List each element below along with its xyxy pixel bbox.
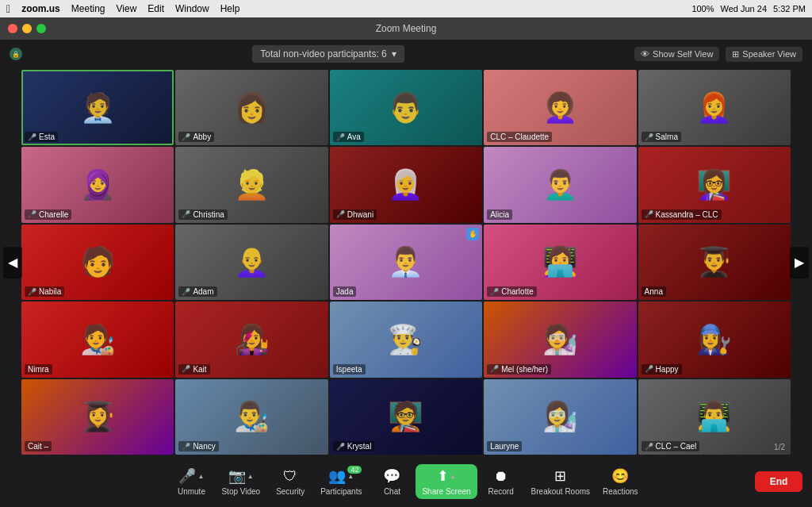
participant-label: Jada bbox=[333, 286, 357, 297]
participant-label: 🎤Krystal bbox=[333, 441, 375, 451]
title-bar: Zoom Meeting bbox=[0, 17, 812, 40]
menu-window[interactable]: Window bbox=[175, 3, 209, 14]
reactions-button[interactable]: 😊 Reactions bbox=[596, 463, 644, 501]
unmute-caret: ▲ bbox=[197, 473, 204, 480]
menu-meeting[interactable]: Meeting bbox=[71, 3, 105, 14]
video-cell[interactable]: 👩‍💻🎤Charlotte bbox=[484, 225, 636, 300]
speaker-view-button[interactable]: ⊞ Speaker View bbox=[726, 47, 802, 62]
muted-mic-icon: 🎤 bbox=[490, 288, 499, 296]
participant-label: Lauryne bbox=[487, 441, 522, 451]
video-cell[interactable]: 🧑‍🏫🎤Krystal bbox=[330, 379, 482, 455]
stop-video-label: Stop Video bbox=[221, 487, 260, 496]
menu-view[interactable]: View bbox=[117, 3, 137, 14]
participant-name: Nancy bbox=[193, 442, 215, 451]
video-cell[interactable]: 👨‍🍳Ispeeta bbox=[330, 302, 482, 377]
share-screen-label: Share Screen bbox=[422, 487, 470, 496]
end-label: End bbox=[770, 476, 788, 487]
participant-label: Cait – bbox=[25, 441, 52, 451]
video-cell[interactable]: 🧑🎤Nabila bbox=[21, 225, 174, 300]
video-grid-wrapper: ◀ 1/2 🧑‍💼🎤Esta👩🎤Abby👨🎤Ava👩‍🦱CLC – Claude… bbox=[0, 68, 812, 456]
video-cell[interactable]: 👨‍💻🎤CLC – Cael bbox=[638, 379, 791, 455]
video-cell[interactable]: 👩‍🔬Lauryne bbox=[484, 379, 636, 455]
chat-icon: 💬 bbox=[383, 467, 400, 485]
video-cell[interactable]: 👨‍🎨🎤Nancy bbox=[175, 379, 327, 455]
participant-label: 🎤Abby bbox=[178, 132, 214, 142]
participant-name: Dhwani bbox=[347, 210, 373, 219]
next-page-button[interactable]: ▶ bbox=[790, 247, 809, 278]
participant-label: 🎤Mel (she/her) bbox=[487, 364, 551, 374]
previous-page-button[interactable]: ◀ bbox=[3, 247, 22, 278]
participant-name: Charlotte bbox=[501, 287, 534, 296]
participant-label: 🎤Adam bbox=[178, 286, 216, 297]
participant-name: Lauryne bbox=[490, 442, 519, 451]
participant-label: 🎤Happy bbox=[642, 364, 682, 374]
muted-mic-icon: 🎤 bbox=[182, 443, 190, 451]
participant-name: Kait bbox=[193, 365, 206, 374]
participant-name: Nabila bbox=[39, 287, 61, 296]
video-cell[interactable]: 👩‍🔧🎤Happy bbox=[638, 302, 791, 377]
video-cell[interactable]: 🧕🎤Charelle bbox=[21, 147, 174, 222]
unmute-with-caret: 🎤 ▲ bbox=[178, 467, 204, 485]
non-video-participants-info[interactable]: Total non-video participants: 6 ▾ bbox=[252, 45, 404, 63]
security-button[interactable]: 🛡 Security bbox=[266, 463, 314, 501]
participant-label: Alicia bbox=[487, 209, 512, 220]
close-button[interactable] bbox=[8, 24, 17, 33]
show-self-view-button[interactable]: 👁 Show Self View bbox=[634, 47, 719, 61]
app-menu-zoom[interactable]: zoom.us bbox=[21, 3, 60, 14]
end-button[interactable]: End bbox=[755, 471, 802, 492]
video-cell[interactable]: 👩‍🎓Cait – bbox=[21, 379, 174, 455]
participant-video: 👩‍🦰 bbox=[668, 74, 760, 142]
breakout-rooms-button[interactable]: ⊞ Breakout Rooms bbox=[525, 463, 596, 501]
security-label: Security bbox=[276, 487, 304, 496]
muted-mic-icon: 🎤 bbox=[28, 133, 36, 141]
participant-label: Ispeeta bbox=[333, 364, 366, 374]
muted-mic-icon: 🎤 bbox=[182, 365, 190, 373]
video-cell[interactable]: 👩‍🏫🎤Kassandra – CLC bbox=[638, 147, 791, 222]
participant-video: 👨‍🍳 bbox=[360, 305, 451, 374]
chat-button[interactable]: 💬 Chat bbox=[368, 463, 416, 501]
participant-name: Kassandra – CLC bbox=[656, 210, 718, 219]
menu-bar-right: 100% Wed Jun 24 5:32 PM bbox=[691, 0, 806, 17]
video-cell[interactable]: 🧑‍💼🎤Esta bbox=[21, 70, 174, 145]
breakout-rooms-label: Breakout Rooms bbox=[531, 487, 590, 496]
video-cell[interactable]: 👩‍🦰🎤Salma bbox=[638, 70, 791, 145]
participant-name: Cait – bbox=[28, 442, 48, 451]
muted-mic-icon: 🎤 bbox=[336, 443, 345, 451]
datetime: Wed Jun 24 bbox=[721, 4, 768, 13]
video-cell[interactable]: 🧑‍🔬🎤Mel (she/her) bbox=[484, 302, 636, 377]
muted-mic-icon: 🎤 bbox=[28, 288, 36, 296]
participant-label: 🎤Charelle bbox=[25, 209, 71, 220]
maximize-button[interactable] bbox=[36, 24, 46, 33]
video-cell[interactable]: 👩‍🦲🎤Adam bbox=[175, 225, 327, 300]
unmute-button[interactable]: 🎤 ▲ Unmute bbox=[167, 463, 215, 501]
share-screen-button[interactable]: ⬆ ▲ Share Screen bbox=[416, 464, 477, 499]
video-cell[interactable]: 👨‍💼✋Jada bbox=[330, 225, 482, 300]
stop-video-button[interactable]: 📷 ▲ Stop Video bbox=[215, 463, 266, 501]
video-cell[interactable]: 👨‍🎓Anna bbox=[638, 225, 791, 300]
participants-button[interactable]: 👥 ▲ 42 Participants bbox=[314, 463, 368, 501]
video-cell[interactable]: 👩🎤Abby bbox=[175, 70, 327, 145]
muted-mic-icon: 🎤 bbox=[645, 443, 653, 451]
mic-icon: 🎤 bbox=[178, 467, 196, 485]
participant-name: Nimra bbox=[28, 365, 49, 374]
menu-edit[interactable]: Edit bbox=[147, 3, 164, 14]
record-button[interactable]: ⏺ Record bbox=[477, 463, 525, 501]
video-cell[interactable]: 👩‍🎤🎤Kait bbox=[175, 302, 327, 377]
participant-name: Christina bbox=[193, 210, 224, 219]
participant-name: CLC – Cael bbox=[656, 442, 697, 451]
participant-video: 👩‍🎤 bbox=[206, 305, 297, 374]
muted-mic-icon: 🎤 bbox=[645, 133, 653, 141]
video-cell[interactable]: 👱🎤Christina bbox=[175, 147, 327, 222]
apple-menu[interactable]:  bbox=[6, 2, 10, 15]
video-cell[interactable]: 🧑‍🎨Nimra bbox=[21, 302, 174, 377]
video-cell[interactable]: 👩‍🦱CLC – Claudette bbox=[484, 70, 636, 145]
minimize-button[interactable] bbox=[22, 24, 32, 33]
video-cell[interactable]: 👩‍🦳🎤Dhwani bbox=[330, 147, 482, 222]
topbar-right: 👁 Show Self View ⊞ Speaker View bbox=[634, 47, 802, 62]
menu-help[interactable]: Help bbox=[220, 3, 240, 14]
participant-video: 👨‍💼 bbox=[360, 229, 451, 297]
stop-video-caret: ▲ bbox=[247, 473, 254, 480]
muted-mic-icon: 🎤 bbox=[182, 210, 190, 218]
video-cell[interactable]: 👨🎤Ava bbox=[330, 70, 482, 145]
video-cell[interactable]: 👨‍🦱Alicia bbox=[484, 147, 636, 222]
